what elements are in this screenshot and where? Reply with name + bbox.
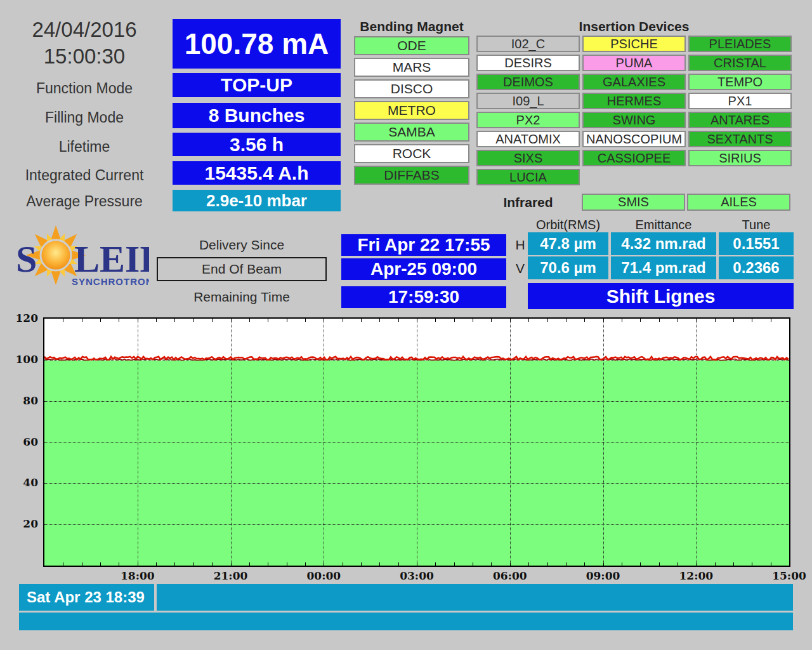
x-tick-label: 12:00 [674,569,718,582]
beamline-button-deimos[interactable]: DEIMOS [476,74,580,90]
beamline-button-sixs[interactable]: SIXS [476,150,580,166]
beamline-button-cristal[interactable]: CRISTAL [688,55,792,71]
y-tick-label: 40 [5,476,38,489]
y-tick-label: 60 [5,435,38,448]
remaining-time-value: 17:59:30 [341,286,506,308]
x-tick-label: 21:00 [209,569,253,582]
current-time: 15:00:30 [0,43,169,70]
x-tick-label: 03:00 [395,569,439,582]
beamline-button-hermes[interactable]: HERMES [582,93,686,109]
logo-subtitle: SYNCHROTRON [72,276,149,287]
x-tick-label: 15:00 [767,569,811,582]
remaining-time-label: Remaining Time [157,289,327,305]
beamline-button-lucia[interactable]: LUCIA [476,169,580,185]
soleil-sun-icon: S LEIL SYNCHROTRON [16,223,149,290]
integrated-current-label: Integrated Current [0,167,169,184]
lifetime-value: 3.56 h [173,133,341,156]
beamline-button-anatomix[interactable]: ANATOMIX [476,131,580,147]
footer-bar-secondary [19,613,793,630]
beamline-button-i02c[interactable]: I02_C [476,36,580,52]
average-pressure-label: Average Pressure [0,193,169,210]
tune-v-value: 0.2366 [719,256,794,279]
y-tick-label: 120 [5,312,38,324]
beamline-button-desirs[interactable]: DESIRS [476,55,580,71]
beamline-button-px2[interactable]: PX2 [476,112,580,128]
current-date: 24/04/2016 [0,17,169,43]
beamline-button-i09l[interactable]: I09_L [476,93,580,109]
beamline-button-psiche[interactable]: PSICHE [582,36,686,52]
x-tick-label: 09:00 [581,569,625,582]
beamline-button-tempo[interactable]: TEMPO [688,74,792,90]
filling-mode-value: 8 Bunches [173,103,341,128]
y-tick-label: 20 [5,517,38,530]
emittance-h-value: 4.32 nm.rad [611,232,716,255]
beamline-button-galaxies[interactable]: GALAXIES [582,74,686,90]
x-tick-label: 18:00 [115,569,160,582]
insertion-devices-title: Insertion Devices [476,19,792,34]
orbit-v-value: 70.6 µm [528,256,608,279]
beamline-button-swing[interactable]: SWING [582,112,686,128]
lifetime-label: Lifetime [0,138,169,156]
insertion-devices-grid: I02_C PSICHE PLEIADES DESIRS PUMA CRISTA… [476,36,792,185]
emittance-header: Emittance [611,218,716,232]
horizontal-axis-label: H [514,237,527,253]
beamline-button-px1[interactable]: PX1 [688,93,792,109]
beamline-button-diffabs[interactable]: DIFFABS [354,166,469,185]
tune-header: Tune [719,218,794,232]
soleil-logo: S LEIL SYNCHROTRON [16,223,149,290]
end-of-beam-value: Apr-25 09:00 [341,258,506,280]
beamline-button-cassiopee[interactable]: CASSIOPEE [582,150,686,166]
logo-letter-s: S [16,238,37,280]
datetime-block: 24/04/2016 15:00:30 [0,17,169,70]
integrated-current-value: 15435.4 A.h [173,161,341,185]
beam-current-trace [44,319,789,566]
beamline-button-sextants[interactable]: SEXTANTS [688,131,792,147]
beamline-button-rock[interactable]: ROCK [354,144,469,163]
beamline-button-disco[interactable]: DISCO [354,79,469,98]
tune-h-value: 0.1551 [719,232,794,255]
infrared-title: Infrared [476,195,580,210]
orbit-h-value: 47.8 µm [528,232,608,255]
beamline-button-metro[interactable]: METRO [354,101,469,120]
average-pressure-value: 2.9e-10 mbar [173,190,341,211]
beamline-button-mars[interactable]: MARS [354,58,469,77]
emittance-v-value: 71.4 pm.rad [611,256,716,279]
shift-lignes-button[interactable]: Shift Lignes [528,283,794,309]
beamline-button-samba[interactable]: SAMBA [354,123,469,142]
beamline-button-ailes[interactable]: AILES [687,194,790,211]
beamline-button-pleiades[interactable]: PLEIADES [688,36,792,52]
bending-magnet-list: ODE MARS DISCO METRO SAMBA ROCK DIFFABS [354,36,469,185]
footer-bar-primary [157,584,793,611]
beam-current-display: 100.78 mA [173,19,341,69]
beamline-button-smis[interactable]: SMIS [582,194,685,211]
function-mode-value: TOP-UP [173,73,341,97]
bending-magnet-title: Bending Magnet [354,19,469,34]
vertical-axis-label: V [514,261,527,276]
logo-letters-leil: LEIL [74,238,149,280]
delivery-since-value: Fri Apr 22 17:55 [341,234,506,256]
beamline-button-sirius[interactable]: SIRIUS [688,150,792,166]
function-mode-label: Function Mode [0,80,169,97]
x-tick-label: 06:00 [488,569,532,582]
orbit-header: Orbit(RMS) [528,218,608,232]
y-tick-label: 100 [5,353,38,366]
beamline-button-antares[interactable]: ANTARES [688,112,792,128]
filling-mode-label: Filling Mode [0,109,169,126]
footer-timestamp-segment: Sat Apr 23 18:39 [19,584,154,611]
footer-timestamp: Sat Apr 23 18:39 [19,584,154,611]
y-tick-label: 80 [5,394,38,407]
x-tick-label: 00:00 [301,569,346,582]
beamline-button-ode[interactable]: ODE [354,36,469,55]
beamline-button-puma[interactable]: PUMA [582,55,686,71]
beamline-button-nanoscopium[interactable]: NANOSCOPIUM [582,131,686,147]
delivery-since-label: Delivery Since [157,237,327,253]
beam-current-chart [43,317,790,567]
end-of-beam-frame: End Of Beam [157,257,327,281]
